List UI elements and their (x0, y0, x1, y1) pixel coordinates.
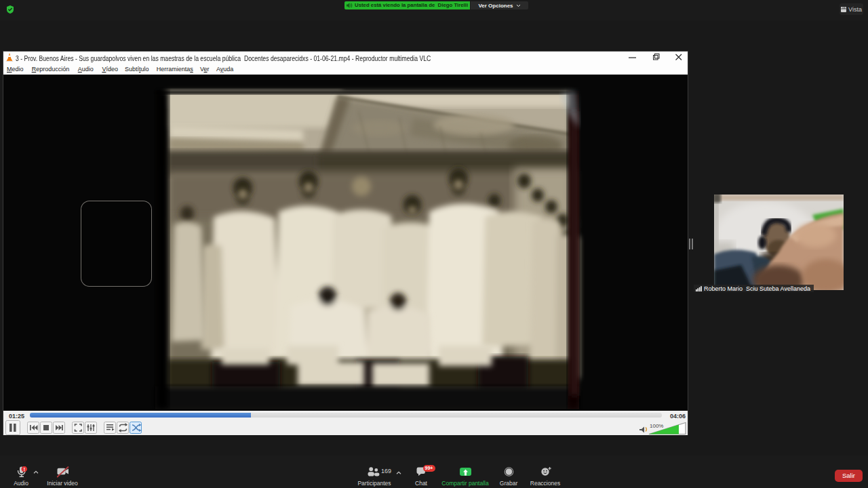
svg-text:!: ! (24, 467, 25, 472)
svg-text:100%: 100% (650, 423, 663, 429)
